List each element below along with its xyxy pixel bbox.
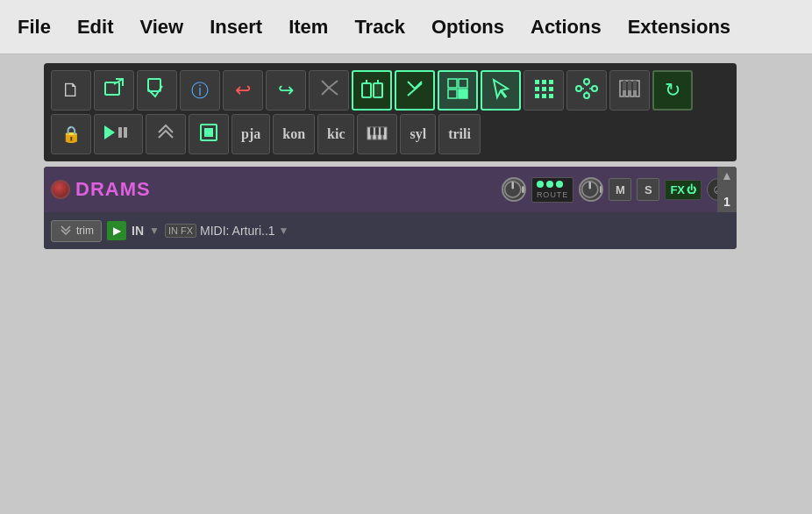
piano-bars-icon <box>365 120 389 149</box>
trim-arrow-icon <box>59 224 73 239</box>
nodes-icon <box>574 76 599 105</box>
route-label: ROUTE <box>537 190 569 199</box>
svg-line-11 <box>408 83 422 96</box>
redo-icon: ↪ <box>278 79 294 102</box>
svg-line-17 <box>501 90 506 97</box>
track-row: DRAMS fm8 ROUTE <box>44 167 737 212</box>
save-icon <box>145 75 169 105</box>
pan-knob[interactable] <box>579 177 603 202</box>
open-button[interactable] <box>94 70 134 111</box>
kon-label: kon <box>282 126 305 142</box>
cut-button[interactable] <box>309 70 349 111</box>
track-area: DRAMS fm8 ROUTE <box>44 167 737 249</box>
menu-actions[interactable]: Actions <box>531 16 602 39</box>
svg-rect-0 <box>105 82 119 95</box>
menu-options[interactable]: Options <box>431 16 504 39</box>
toolbar-container: 🗋 <box>44 63 737 161</box>
lock-button[interactable]: 🔒 <box>51 114 91 154</box>
menu-insert[interactable]: Insert <box>210 16 262 39</box>
undo-icon: ↩ <box>235 79 251 102</box>
svg-rect-14 <box>448 89 457 98</box>
solo-button[interactable]: S <box>637 178 659 201</box>
svg-line-9 <box>408 82 415 89</box>
redo-button[interactable]: ↪ <box>266 70 306 111</box>
svg-rect-52 <box>375 127 379 135</box>
save-button[interactable] <box>137 70 177 111</box>
play-button[interactable] <box>107 221 126 240</box>
menu-file[interactable]: File <box>18 16 51 39</box>
grid-dots-icon <box>531 76 556 105</box>
svg-rect-19 <box>542 80 546 84</box>
draw-icon <box>360 76 384 105</box>
loop-icon: ↻ <box>665 79 680 102</box>
play-stop-icon <box>101 120 136 149</box>
svg-line-3 <box>329 81 338 88</box>
record-button[interactable] <box>189 114 229 154</box>
svg-rect-2 <box>148 79 160 91</box>
piano-roll-button[interactable] <box>609 70 650 111</box>
svg-rect-12 <box>448 79 457 88</box>
svg-rect-25 <box>542 94 546 98</box>
kon-button[interactable]: kon <box>273 114 315 154</box>
menu-edit[interactable]: Edit <box>77 16 114 39</box>
scissors-icon <box>402 76 427 105</box>
new-file-icon: 🗋 <box>61 79 81 102</box>
in-label: IN <box>132 224 144 238</box>
track-sub-row: trim IN ▼ IN FX MIDI: Arturi..1 ▼ <box>44 212 737 249</box>
mute-button[interactable]: M <box>609 178 631 201</box>
syl-label: syl <box>410 126 426 142</box>
undo-button[interactable]: ↩ <box>223 70 263 111</box>
piano-roll-icon <box>617 76 642 105</box>
fx-label: FX <box>670 183 685 196</box>
split-icon <box>153 120 178 149</box>
track-name: DRAMS <box>75 178 496 201</box>
svg-rect-53 <box>381 127 384 135</box>
loop-button[interactable]: ↻ <box>652 70 693 111</box>
svg-rect-15 <box>459 89 467 98</box>
nodes-button[interactable] <box>566 70 607 111</box>
menu-extensions[interactable]: Extensions <box>628 16 730 39</box>
syl-button[interactable]: syl <box>400 114 436 154</box>
svg-rect-22 <box>542 87 546 91</box>
record-icon <box>196 120 221 149</box>
pja-button[interactable]: pja <box>231 114 270 154</box>
midi-dropdown-arrow[interactable]: ▼ <box>279 225 289 237</box>
toolbar-row-2: 🔒 <box>51 114 730 154</box>
menu-item[interactable]: Item <box>288 16 328 39</box>
draw-button[interactable] <box>352 70 392 111</box>
fx-button[interactable]: FX ⏻ <box>665 180 702 200</box>
svg-rect-44 <box>124 127 127 138</box>
svg-point-28 <box>584 79 589 84</box>
route-button[interactable]: ROUTE <box>531 177 574 203</box>
grid-cursor-button[interactable] <box>438 70 478 111</box>
scissors-button[interactable] <box>395 70 435 111</box>
new-file-button[interactable]: 🗋 <box>51 70 91 111</box>
svg-line-4 <box>329 88 338 95</box>
trili-button[interactable]: trili <box>438 114 481 154</box>
svg-rect-39 <box>623 81 626 90</box>
midi-text: MIDI: Arturi..1 <box>200 224 275 238</box>
svg-rect-18 <box>535 80 539 84</box>
piano-bars-button[interactable] <box>357 114 397 154</box>
in-dropdown-arrow[interactable]: ▼ <box>149 225 160 237</box>
split-button[interactable] <box>146 114 186 154</box>
midi-icon: IN FX <box>165 224 196 238</box>
lock-icon: 🔒 <box>61 125 81 144</box>
kic-button[interactable]: kic <box>317 114 354 154</box>
play-stop-button[interactable] <box>94 114 143 154</box>
grid-cursor-icon <box>445 76 470 105</box>
svg-rect-13 <box>459 79 467 88</box>
route-dot-2 <box>546 181 553 188</box>
trim-button[interactable]: trim <box>51 220 102 242</box>
scroll-up-button[interactable]: ▲ <box>719 167 735 184</box>
menu-track[interactable]: Track <box>354 16 405 39</box>
menu-view[interactable]: View <box>139 16 183 39</box>
volume-knob[interactable] <box>502 177 526 202</box>
grid-dots-button[interactable] <box>524 70 564 111</box>
svg-rect-41 <box>633 81 637 90</box>
info-button[interactable]: ⓘ <box>180 70 220 111</box>
svg-rect-40 <box>628 81 631 90</box>
arrow-cursor-button[interactable] <box>481 70 521 111</box>
svg-rect-24 <box>535 94 539 98</box>
svg-marker-42 <box>104 125 115 139</box>
